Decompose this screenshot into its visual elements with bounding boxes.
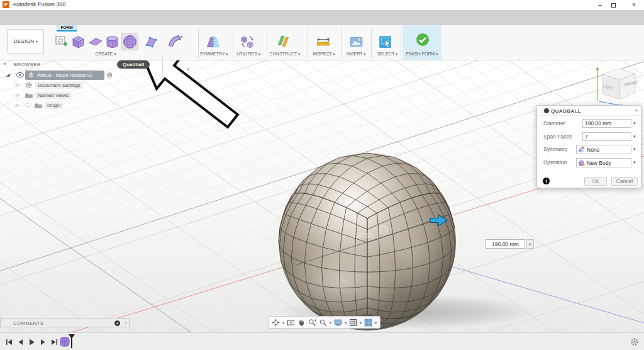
finish-form-label-text: FINISH FORM (406, 52, 435, 56)
fusion360-window: F Autodesk Fusion 360 – × ▾ ↶ ▾ ↷ ▾ Airb… (0, 0, 644, 350)
operation-value: New Body (587, 160, 611, 166)
timeline-skip-end-icon[interactable] (50, 338, 58, 346)
insert-group-label[interactable]: INSERT ▾ (347, 52, 365, 56)
comments-bar[interactable]: COMMENTS + › (0, 318, 130, 327)
construct-caret-icon: ▾ (298, 52, 300, 56)
viewports-caret-icon[interactable]: ▾ (375, 320, 377, 325)
display-settings-icon[interactable] (334, 319, 342, 327)
ok-button[interactable]: OK (584, 177, 607, 186)
origin-hidden-eye-icon[interactable] (25, 103, 32, 108)
origin-expand-icon[interactable]: ▷ (16, 103, 19, 108)
minimize-button[interactable]: – (596, 1, 604, 9)
root-visibility-eye-icon[interactable] (16, 72, 24, 78)
inspect-group-label[interactable]: INSPECT ▾ (313, 52, 335, 56)
dialog-header[interactable]: ⋮ QUADBALL » (537, 106, 641, 116)
inspect-button[interactable] (314, 33, 332, 50)
workspace-selector[interactable]: DESIGN ▾ (8, 29, 44, 54)
timeline-step-forward-icon[interactable] (39, 338, 47, 346)
named-views-expand-icon[interactable]: ▷ (16, 93, 19, 98)
close-button[interactable]: × (630, 1, 638, 9)
construct-label-text: CONSTRUCT (270, 52, 297, 56)
symmetry-group-label[interactable]: SYMMETRY ▾ (200, 52, 228, 56)
fit-icon[interactable] (319, 319, 327, 327)
face-icon (143, 34, 159, 50)
workspace-label: DESIGN (14, 38, 34, 44)
create-more-caret-icon[interactable]: ▾ (187, 67, 189, 71)
diameter-label: Diameter (543, 120, 565, 127)
select-caret-icon: ▾ (396, 52, 397, 56)
create-group-label[interactable]: CREATE ▾ (96, 52, 116, 56)
timeline-play-icon[interactable] (28, 338, 36, 346)
construct-group-label[interactable]: CONSTRUCT ▾ (270, 52, 301, 56)
comments-expand-icon[interactable]: › (125, 320, 126, 325)
operation-caret-icon[interactable]: ▾ (633, 160, 636, 165)
utilities-group-label[interactable]: UTILITIES ▾ (236, 52, 260, 56)
origin-folder-icon (35, 103, 42, 108)
box-icon (70, 34, 86, 50)
utilities-icon (240, 34, 255, 50)
symmetry-caret-icon[interactable]: ▾ (633, 147, 636, 152)
activate-component-icon[interactable]: ◎ (107, 71, 113, 78)
browser-collapse-icon[interactable]: « (3, 60, 6, 67)
pan-icon[interactable] (297, 319, 306, 327)
zoom-icon[interactable] (308, 319, 316, 327)
diameter-input[interactable] (582, 119, 631, 128)
create-sketch-button[interactable] (53, 33, 70, 50)
timeline-skip-start-icon[interactable] (5, 338, 13, 346)
diameter-caret-icon[interactable]: ▾ (633, 121, 636, 126)
browser-item-named-views[interactable]: Named Views (35, 92, 71, 99)
timeline-playhead[interactable] (68, 334, 75, 349)
quadball-body[interactable] (0, 60, 644, 332)
browser-root-item[interactable]: Airbus - Moon Habitat v1 (25, 71, 104, 80)
browser-item-document-settings[interactable]: Document Settings (35, 82, 83, 89)
create-box-button[interactable] (69, 33, 87, 50)
create-cylinder-button[interactable] (103, 33, 121, 50)
viewports-icon[interactable] (364, 319, 372, 327)
orbit-icon[interactable] (272, 319, 280, 327)
symmetry-dropdown[interactable]: None (576, 145, 631, 154)
fit-caret-icon[interactable]: ▾ (330, 320, 331, 325)
display-caret-icon[interactable]: ▾ (345, 320, 347, 325)
utilities-button[interactable] (238, 33, 256, 50)
create-face-button[interactable] (142, 33, 160, 50)
inspect-caret-icon: ▾ (333, 52, 335, 56)
grid-display-icon[interactable] (349, 319, 357, 327)
browser-item-origin[interactable]: Origin (45, 102, 63, 109)
view-cube[interactable]: LEFT FRONT (592, 62, 643, 107)
orbit-caret-icon[interactable]: ▾ (282, 320, 284, 325)
browser-title: BROWSER (14, 62, 41, 67)
create-pipe-button[interactable] (167, 33, 185, 50)
construct-button[interactable] (275, 33, 292, 50)
diameter-inline-input[interactable] (486, 239, 525, 249)
create-plane-button[interactable] (87, 33, 104, 50)
cancel-button[interactable]: Cancel (611, 177, 638, 186)
add-comment-icon[interactable]: + (114, 320, 120, 326)
settings-gear-icon[interactable] (630, 337, 639, 346)
create-label-text: CREATE (96, 52, 113, 56)
symmetry-button[interactable] (204, 33, 222, 50)
finish-form-button[interactable]: FINISH FORM ▾ (402, 25, 441, 60)
construct-icon (275, 33, 292, 50)
pipe-icon (168, 33, 184, 50)
span-faces-input[interactable] (582, 132, 631, 141)
create-quadball-button[interactable] (121, 33, 138, 50)
symmetry-label-text: SYMMETRY (200, 52, 225, 56)
operation-dropdown[interactable]: New Body (576, 158, 631, 167)
dialog-pin-icon[interactable]: » (635, 108, 638, 113)
quadball-command-icon (544, 108, 549, 113)
span-faces-caret-icon[interactable]: ▾ (633, 134, 636, 139)
select-button[interactable] (376, 33, 394, 50)
create-sketch-icon (54, 34, 69, 49)
timeline-step-back-icon[interactable] (16, 338, 25, 346)
grid-caret-icon[interactable]: ▾ (360, 320, 362, 325)
root-expand-icon[interactable]: ◢ (6, 72, 9, 77)
insert-button[interactable] (347, 33, 365, 50)
dialog-info-icon[interactable]: i (543, 178, 550, 184)
doc-settings-expand-icon[interactable]: ▷ (16, 82, 19, 88)
form-context-tab[interactable]: FORM (57, 25, 77, 31)
select-group-label[interactable]: SELECT ▾ (377, 52, 397, 56)
maximize-button[interactable] (611, 3, 616, 8)
diameter-inline-caret-icon[interactable]: ▾ (526, 239, 534, 249)
look-at-icon[interactable] (287, 319, 295, 327)
viewport-canvas[interactable]: LEFT FRONT (0, 60, 644, 332)
